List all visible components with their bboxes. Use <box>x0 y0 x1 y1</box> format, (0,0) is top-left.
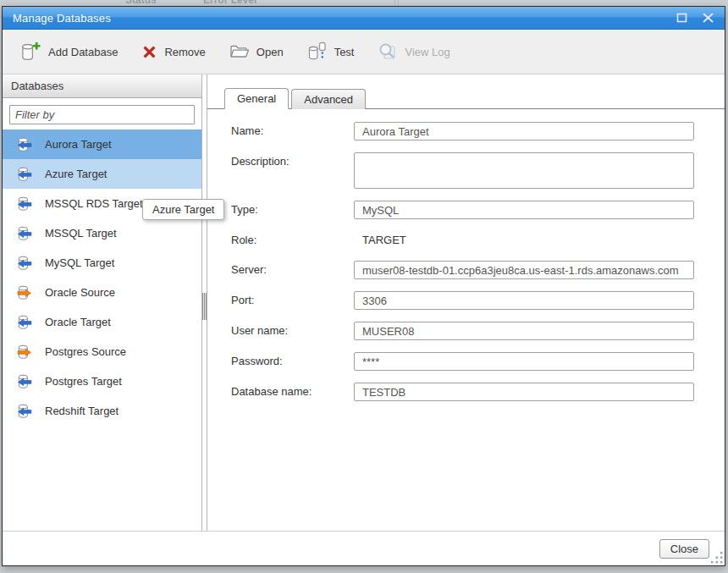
list-item-label: Postgres Source <box>45 345 126 358</box>
open-label: Open <box>256 46 284 58</box>
password-label: Password: <box>231 352 354 367</box>
remove-button[interactable]: Remove <box>141 44 205 60</box>
database-target-icon <box>16 373 33 390</box>
list-item-mssql-target[interactable]: MSSQL Target <box>3 218 201 248</box>
form-row-port: Port: <box>231 291 725 310</box>
tab-general[interactable]: General <box>224 88 289 109</box>
form-row-role: Role: TARGET <box>231 231 725 246</box>
type-field[interactable] <box>354 201 694 219</box>
tab-advanced-label: Advanced <box>304 93 353 106</box>
list-item-oracle-source[interactable]: Oracle Source <box>3 278 201 307</box>
resize-grip-icon[interactable] <box>711 552 723 564</box>
list-item-redshift-target[interactable]: Redshift Target <box>3 396 201 426</box>
list-item-aurora-target[interactable]: Aurora Target <box>3 129 201 159</box>
description-label: Description: <box>231 152 354 168</box>
database-test-icon <box>307 41 328 62</box>
password-field[interactable] <box>354 352 694 371</box>
database-list: Aurora Target Azure Target MSSQL RDS Tar… <box>3 129 201 531</box>
general-form: Name: Description: Type: Role: TARGET Se… <box>207 109 725 401</box>
sidebar-header: Databases <box>3 74 201 98</box>
tab-advanced[interactable]: Advanced <box>291 89 366 109</box>
role-label: Role: <box>231 231 354 246</box>
list-item-label: Oracle Target <box>45 316 111 328</box>
database-target-icon <box>16 403 33 420</box>
database-name-field[interactable] <box>354 383 694 401</box>
maximize-button[interactable] <box>676 13 688 24</box>
type-label: Type: <box>231 201 354 216</box>
form-row-password: Password: <box>231 352 725 371</box>
database-detail-panel: General Advanced Name: Description: Type… <box>207 74 725 531</box>
tab-general-label: General <box>237 92 276 105</box>
server-label: Server: <box>231 261 354 276</box>
splitter-grip[interactable] <box>202 293 207 320</box>
server-field[interactable] <box>354 261 694 279</box>
database-add-icon <box>19 41 41 62</box>
tooltip: Azure Target <box>142 199 224 220</box>
database-target-icon <box>16 166 33 183</box>
list-item-label: MSSQL Target <box>45 227 117 240</box>
view-log-label: View Log <box>405 46 449 58</box>
list-item-postgres-source[interactable]: Postgres Source <box>3 337 201 366</box>
maximize-icon <box>676 13 687 23</box>
name-field[interactable] <box>354 122 694 140</box>
database-target-icon <box>16 255 33 272</box>
role-value: TARGET <box>362 231 406 246</box>
database-target-icon <box>16 314 33 331</box>
list-item-label: Postgres Target <box>45 375 122 388</box>
backdrop-column-status: Status <box>125 0 157 6</box>
manage-databases-dialog: Manage Databases Add Database Remove Ope… <box>2 6 725 566</box>
add-database-label: Add Database <box>48 46 118 58</box>
add-database-button[interactable]: Add Database <box>19 41 118 62</box>
dialog-main: Databases Aurora Target Azure Target MSS… <box>3 74 725 531</box>
username-field[interactable] <box>354 322 694 340</box>
form-row-name: Name: <box>231 122 725 140</box>
form-row-username: User name: <box>231 322 725 340</box>
list-item-label: Azure Target <box>45 168 107 180</box>
list-item-postgres-target[interactable]: Postgres Target <box>3 366 201 396</box>
dialog-titlebar[interactable]: Manage Databases <box>3 7 725 30</box>
form-row-type: Type: <box>231 201 725 219</box>
backdrop-column-divider <box>398 0 399 6</box>
dialog-title: Manage Databases <box>13 12 662 25</box>
close-button[interactable]: Close <box>659 539 709 559</box>
list-item-label: Aurora Target <box>45 138 112 151</box>
test-button[interactable]: Test <box>307 41 355 62</box>
database-target-icon <box>16 225 33 242</box>
list-item-label: MSSQL RDS Target <box>45 197 143 210</box>
sidebar-header-label: Databases <box>11 80 63 92</box>
list-item-mysql-target[interactable]: MySQL Target <box>3 248 201 278</box>
name-label: Name: <box>231 122 354 137</box>
open-button[interactable]: Open <box>229 43 284 60</box>
databases-sidebar: Databases Aurora Target Azure Target MSS… <box>3 74 201 531</box>
database-source-icon <box>16 284 33 301</box>
port-label: Port: <box>231 291 354 306</box>
database-name-label: Database name: <box>231 383 354 398</box>
form-row-server: Server: <box>231 261 725 279</box>
list-item-azure-target[interactable]: Azure Target <box>3 159 201 189</box>
dialog-footer: Close <box>3 531 725 565</box>
filter-container <box>3 98 201 129</box>
test-label: Test <box>334 46 355 58</box>
list-item-oracle-target[interactable]: Oracle Target <box>3 307 201 337</box>
description-field[interactable] <box>354 152 694 189</box>
tooltip-text: Azure Target <box>152 203 214 216</box>
list-item-label: MySQL Target <box>45 256 114 269</box>
port-field[interactable] <box>354 291 694 310</box>
toolbar: Add Database Remove Open Test View Log <box>3 30 725 74</box>
list-item-label: Redshift Target <box>45 405 119 417</box>
dimmed-backdrop: Status Error Level <box>0 0 728 6</box>
backdrop-column-divider <box>394 0 395 6</box>
filter-input[interactable] <box>9 105 195 124</box>
list-item-label: Oracle Source <box>45 286 115 299</box>
close-window-button[interactable] <box>702 13 714 24</box>
view-log-button: View Log <box>378 41 449 62</box>
close-icon <box>703 13 714 23</box>
database-target-icon <box>16 136 33 153</box>
database-source-icon <box>16 344 33 361</box>
folder-open-icon <box>229 43 250 60</box>
remove-x-icon <box>141 44 157 60</box>
username-label: User name: <box>231 322 354 337</box>
form-row-description: Description: <box>231 152 725 189</box>
panel-splitter[interactable] <box>201 74 207 531</box>
database-target-icon <box>16 196 33 212</box>
